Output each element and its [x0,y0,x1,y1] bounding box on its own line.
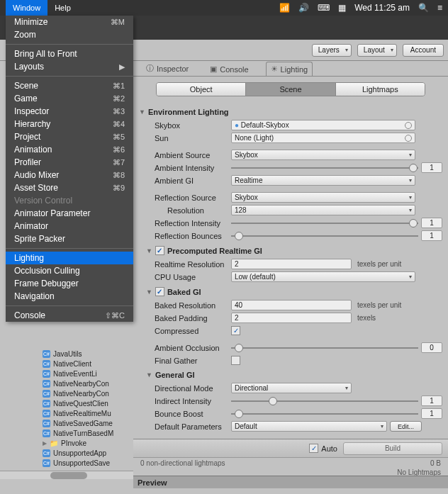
indirect-intensity-slider[interactable] [231,400,418,402]
tree-item[interactable]: C#NativeSavedGame [0,418,133,428]
menu-zoom[interactable]: Zoom [6,28,133,41]
menu-window[interactable]: Window [6,0,47,16]
wifi-icon[interactable]: 📶 [279,3,290,13]
menu-layouts[interactable]: Layouts▶ [6,60,133,73]
input-icon[interactable]: ⌨ [318,3,330,13]
menu-animator[interactable]: Animator [6,220,133,232]
system-tray: 📶 🔊 ⌨ ▦ Wed 11:25 am 🔍 ≡ [279,3,442,13]
script-icon: C# [43,459,50,467]
picker-icon[interactable] [405,122,412,129]
menu-bar: Window Help 📶 🔊 ⌨ ▦ Wed 11:25 am 🔍 ≡ [0,0,448,16]
baked-res-field[interactable]: 40 [231,300,352,310]
clock[interactable]: Wed 11:25 am [354,3,410,13]
menu-animator-parameter[interactable]: Animator Parameter [6,207,133,220]
reflection-source-select[interactable]: Skybox [231,192,415,203]
menu-minimize[interactable]: Minimize⌘M [6,16,133,28]
compressed-checkbox[interactable]: ✓ [231,326,240,335]
final-gather-checkbox[interactable] [231,356,240,365]
resolution-select[interactable]: 128 [231,205,415,215]
reflection-intensity-value[interactable]: 1 [421,218,442,228]
baked-pad-field[interactable]: 2 [231,313,352,323]
reflection-bounces-slider[interactable] [231,235,418,237]
date-icon[interactable]: ▦ [338,3,346,13]
tree-item[interactable]: C#NativeEventLi [0,369,133,378]
menu-animation[interactable]: Animation⌘6 [6,143,133,156]
menu-occlusion-culling[interactable]: Occlusion Culling [6,264,133,277]
tree-item[interactable]: C#NativeClient [0,359,133,369]
tree-item[interactable]: C#NativeRealtimeMu [0,408,133,418]
bounce-boost-value[interactable]: 1 [421,408,442,419]
ambient-intensity-slider[interactable] [231,167,418,169]
reflection-bounces-value[interactable]: 1 [421,230,442,241]
notification-icon[interactable]: ≡ [437,3,442,13]
menu-console[interactable]: Console⇧⌘C [6,309,133,322]
unit-label: texels per unit [357,260,401,268]
subtab-scene[interactable]: Scene [246,83,335,96]
panel-tabs: ⓘInspector ▣Console ☀Lighting [133,61,448,77]
bounce-boost-slider[interactable] [231,413,418,415]
subtab-object[interactable]: Object [157,83,246,96]
menu-help[interactable]: Help [47,4,78,12]
ambient-source-select[interactable]: Skybox [231,150,415,160]
layers-dropdown[interactable]: Layers [312,44,352,57]
menu-sprite-packer[interactable]: Sprite Packer [6,232,133,245]
tree-item[interactable]: C#NativeTurnBasedM [0,428,133,438]
edit-button[interactable]: Edit... [390,421,422,432]
account-button[interactable]: Account [403,44,444,57]
label-reflection-intensity: Reflection Intensity [139,219,231,228]
menu-frame-debugger[interactable]: Frame Debugger [6,277,133,290]
info-icon: ⓘ [146,63,154,74]
tree-item[interactable]: C#NativeQuestClien [0,398,133,408]
tab-console[interactable]: ▣Console [206,62,252,76]
menu-bring-front[interactable]: Bring All to Front [6,47,133,60]
menu-scene[interactable]: Scene⌘1 [6,79,133,92]
subtab-lightmaps[interactable]: Lightmaps [336,83,425,96]
menu-lighting[interactable]: Lighting [6,252,133,264]
tree-item[interactable]: C#UnsupportedSave [0,458,133,468]
sun-field[interactable]: None (Light) [231,133,415,143]
menu-navigation[interactable]: Navigation [6,290,133,303]
search-icon[interactable]: 🔍 [418,3,429,13]
section-precomputed-gi[interactable]: ▼✓Precomputed Realtime GI [146,246,442,255]
menu-audio-mixer[interactable]: Audio Mixer⌘8 [6,169,133,181]
menu-asset-store[interactable]: Asset Store⌘9 [6,181,133,194]
directional-mode-select[interactable]: Directional [231,383,352,393]
auto-checkbox[interactable]: ✓ [309,444,318,453]
tree-item[interactable]: C#JavaUtils [0,349,133,359]
menu-hierarchy[interactable]: Hierarchy⌘4 [6,118,133,130]
layout-dropdown[interactable]: Layout [357,44,397,57]
cpu-usage-select[interactable]: Low (default) [231,271,415,282]
menu-inspector[interactable]: Inspector⌘3 [6,105,133,118]
lighting-panel: ▼Environment Lighting Skybox● Default-Sk… [133,99,448,488]
tab-inspector[interactable]: ⓘInspector [142,61,193,76]
indirect-intensity-value[interactable]: 1 [421,395,442,406]
skybox-field[interactable]: ● Default-Skybox [231,120,415,130]
tree-scrollbar[interactable] [0,471,133,479]
window-menu: Minimize⌘M Zoom Bring All to Front Layou… [6,16,133,322]
tree-item[interactable]: C#UnsupportedApp [0,448,133,458]
section-general-gi[interactable]: ▼General GI [146,371,442,379]
precomputed-gi-checkbox[interactable]: ✓ [155,246,164,255]
speaker-icon[interactable]: 🔊 [298,3,309,13]
tree-item[interactable]: C#NativeNearbyCon [0,388,133,398]
menu-profiler[interactable]: Profiler⌘7 [6,156,133,169]
tab-lighting[interactable]: ☀Lighting [266,62,313,76]
default-parameters-select[interactable]: Default [231,421,387,432]
picker-icon[interactable] [405,135,412,142]
reflection-intensity-slider[interactable] [231,223,418,224]
ambient-intensity-value[interactable]: 1 [421,162,442,173]
section-environment[interactable]: ▼Environment Lighting [139,108,442,116]
menu-game[interactable]: Game⌘2 [6,92,133,105]
menu-project[interactable]: Project⌘5 [6,130,133,143]
realtime-res-field[interactable]: 2 [231,259,352,269]
preview-header[interactable]: Preview [133,476,448,488]
tree-item[interactable]: C#NativeNearbyCon [0,378,133,388]
ao-value[interactable]: 0 [421,342,442,353]
build-button[interactable]: Build [343,442,442,455]
tree-item[interactable]: ▶📁PInvoke [0,438,133,448]
label-compressed: Compressed [139,327,231,335]
ao-slider[interactable] [231,347,418,349]
ambient-gi-select[interactable]: Realtime [231,175,415,186]
baked-gi-checkbox[interactable]: ✓ [155,287,164,296]
section-baked-gi[interactable]: ▼✓Baked GI [146,287,442,296]
